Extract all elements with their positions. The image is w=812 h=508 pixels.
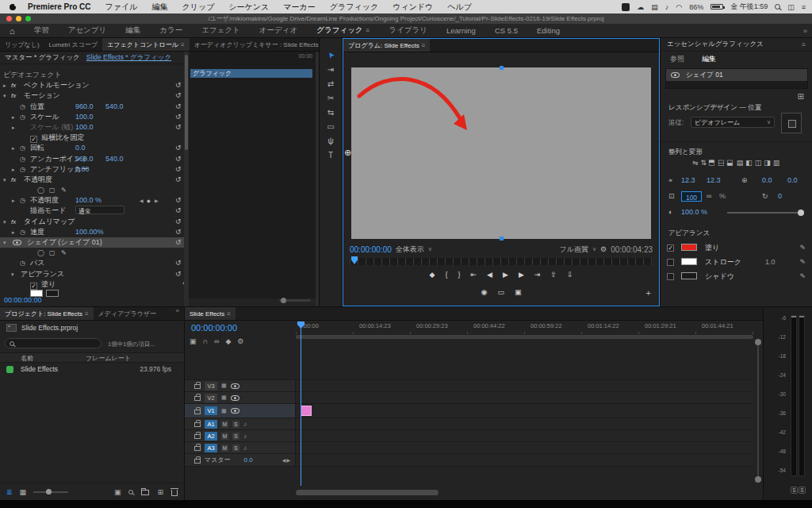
- effect-control-row[interactable]: ▸◷速度100.00%↺: [0, 227, 184, 237]
- panel-tab-リップなし)[interactable]: リップなし): [0, 38, 44, 51]
- prev-keyframe-icon[interactable]: ◀: [140, 195, 144, 206]
- linked-selection-icon[interactable]: ∞: [214, 337, 219, 345]
- fill-checkbox[interactable]: [667, 244, 674, 252]
- track-lane-a3[interactable]: [296, 442, 753, 453]
- track-lane-v3[interactable]: [296, 380, 753, 391]
- lock-icon[interactable]: [194, 422, 201, 427]
- effect-controls-timecode[interactable]: 00:00:00:00: [4, 296, 42, 304]
- sequence-clip-label[interactable]: Slide Effects * グラフィック: [86, 53, 171, 63]
- eye-icon[interactable]: [671, 72, 680, 78]
- mask-pen-icon[interactable]: ✎: [54, 185, 74, 195]
- slip-tool[interactable]: ⇆: [323, 106, 339, 117]
- effect-control-row[interactable]: ▸◷アンチフリッカー0.00↺: [0, 164, 184, 175]
- align-top-icon[interactable]: ◧: [708, 160, 716, 167]
- panel-menu-icon[interactable]: ≡: [422, 42, 426, 49]
- transform-handle-top[interactable]: [500, 66, 504, 70]
- eyedropper-icon[interactable]: ✎: [799, 270, 806, 283]
- follow-dropdown[interactable]: ビデオフレーム ∨: [691, 117, 775, 128]
- reset-icon[interactable]: ↺: [175, 175, 182, 185]
- scroll-knob-top[interactable]: [755, 339, 761, 345]
- solo-left-button[interactable]: S: [791, 487, 798, 494]
- reset-icon[interactable]: ↺: [175, 164, 182, 175]
- align-vcenter-icon[interactable]: ◫: [718, 160, 726, 167]
- search-input[interactable]: [17, 340, 89, 347]
- red-arrow-graphic[interactable]: [351, 67, 651, 239]
- twirl-icon[interactable]: ▸: [12, 143, 15, 153]
- panel-tab-Lumetri スコープ[interactable]: Lumetri スコープ: [44, 38, 102, 51]
- timeline-ruler[interactable]: :00:0000:00:14:2300:00:29:2300:00:44:220…: [296, 321, 753, 334]
- zoom-slider[interactable]: [33, 491, 68, 493]
- panel-overflow-icon[interactable]: »: [171, 307, 184, 320]
- stroke-swatch[interactable]: [46, 290, 59, 297]
- track-header-a1[interactable]: A1MS♪: [185, 418, 296, 429]
- reset-icon[interactable]: ↺: [175, 112, 182, 122]
- extract-button[interactable]: ⇩: [567, 271, 573, 279]
- track-label-v3[interactable]: V3: [205, 382, 217, 391]
- layer-item-shape[interactable]: シェイプ 01: [666, 69, 807, 81]
- go-to-in-button[interactable]: ⇤: [471, 271, 477, 279]
- new-bin-button[interactable]: [141, 490, 149, 495]
- twirl-icon[interactable]: ▸: [3, 80, 6, 90]
- workspace-tab-CS 5.5[interactable]: CS 5.5: [485, 26, 527, 35]
- effect-control-row[interactable]: ▸◷スケール100.0↺: [0, 112, 184, 122]
- project-item-row[interactable]: Slide Effects 23.976 fps: [0, 364, 184, 375]
- menubar-item[interactable]: 編集: [144, 2, 174, 13]
- scroll-knob-bottom[interactable]: [755, 476, 761, 483]
- workspace-tab-アセンブリ[interactable]: アセンブリ: [59, 25, 117, 36]
- timeline-settings-icon[interactable]: ⚙: [237, 337, 243, 345]
- program-timecode[interactable]: 00:00:00:00: [350, 245, 392, 254]
- menubar-item[interactable]: ウィンドウ: [385, 2, 440, 13]
- next-keyframe-icon[interactable]: ▶: [155, 195, 159, 206]
- param-value[interactable]: 540.0: [105, 102, 124, 112]
- tab-browse[interactable]: 参照: [670, 54, 684, 64]
- new-item-button[interactable]: ⊞: [157, 488, 163, 496]
- param-value[interactable]: 540.0: [105, 154, 124, 164]
- button-editor-button[interactable]: +: [646, 288, 651, 298]
- nest-icon[interactable]: ▣: [190, 337, 197, 345]
- responsive-pin-widget[interactable]: [781, 113, 802, 133]
- home-icon[interactable]: ⌂: [0, 26, 25, 36]
- app-icon[interactable]: [622, 3, 630, 11]
- program-mini-timeline[interactable]: [350, 258, 653, 265]
- menubar-item[interactable]: シーケンス: [221, 2, 276, 13]
- effect-control-row[interactable]: ▾fxモーション↺: [0, 90, 184, 101]
- project-tab[interactable]: プロジェクト: Slide Effects ≡: [0, 307, 94, 320]
- rotation-value[interactable]: 0: [778, 190, 782, 202]
- effect-control-row[interactable]: ▾fx不透明度↺: [0, 175, 184, 185]
- menubar-item[interactable]: ファイル: [98, 2, 144, 13]
- twirl-icon[interactable]: ▸: [12, 112, 15, 122]
- rectangle-tool[interactable]: ▭: [323, 121, 339, 132]
- eye-icon[interactable]: [231, 383, 239, 389]
- param-value[interactable]: 100.0: [75, 112, 94, 122]
- track-lane-v1[interactable]: [296, 404, 753, 418]
- playhead-line[interactable]: [301, 321, 301, 486]
- stopwatch-icon[interactable]: ◷: [20, 102, 25, 112]
- reset-icon[interactable]: ↺: [175, 195, 182, 206]
- param-value[interactable]: 100.0: [75, 122, 94, 133]
- mute-button[interactable]: M: [221, 444, 228, 452]
- cloud-icon[interactable]: ☁: [637, 3, 644, 11]
- monitor-settings-icon[interactable]: ⚙: [600, 245, 607, 253]
- reset-icon[interactable]: ↺: [175, 122, 182, 133]
- track-label-a3[interactable]: A3: [205, 444, 217, 452]
- anchor-point-icon[interactable]: ⊕: [344, 148, 351, 158]
- panel-menu-icon[interactable]: ≡: [181, 41, 185, 48]
- solo-right-button[interactable]: S: [799, 487, 806, 494]
- column-framerate[interactable]: フレームレート: [86, 353, 131, 364]
- column-name[interactable]: 名前: [21, 353, 33, 364]
- effect-control-row[interactable]: ▸◷回転0.0↺: [0, 143, 184, 153]
- lock-icon[interactable]: [194, 384, 201, 389]
- wifi-icon[interactable]: ◠: [676, 3, 682, 11]
- effect-control-row[interactable]: ◷パス↺: [0, 258, 184, 268]
- opacity-slider[interactable]: [727, 212, 802, 214]
- track-lane-a2[interactable]: [296, 430, 753, 441]
- stopwatch-icon[interactable]: ◷: [20, 195, 25, 206]
- stopwatch-icon[interactable]: ◷: [20, 164, 25, 175]
- param-value[interactable]: 960.0: [75, 154, 94, 164]
- track-header-a2[interactable]: A2MS♪: [185, 430, 296, 441]
- go-to-out-button[interactable]: ⇥: [534, 271, 541, 279]
- type-tool[interactable]: T: [323, 149, 339, 160]
- reset-icon[interactable]: ↺: [175, 80, 182, 90]
- graphic-clip-bar[interactable]: グラフィック: [190, 69, 312, 78]
- panel-menu-icon[interactable]: ≡: [227, 310, 231, 318]
